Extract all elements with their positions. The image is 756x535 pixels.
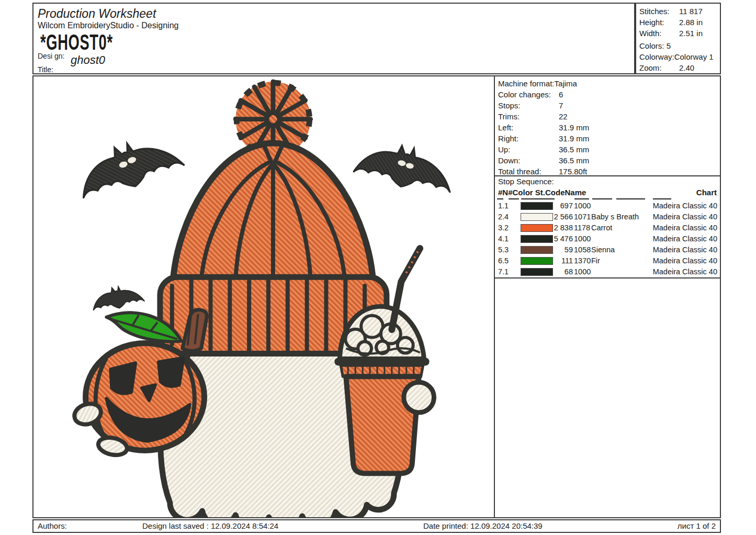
design-label: Desi gn: bbox=[38, 52, 64, 60]
machine-row: Down: 36.5 mm bbox=[495, 155, 720, 166]
machine-row: Left: 31.9 mm bbox=[495, 122, 720, 133]
column-underline bbox=[616, 198, 645, 199]
design-preview-area bbox=[32, 75, 495, 518]
machine-row: Right: 31.9 mm bbox=[495, 133, 720, 144]
stop-sequence-label: Stop Sequence: bbox=[498, 176, 554, 187]
column-underline bbox=[521, 198, 555, 199]
machine-row: Trims: 22 bbox=[495, 111, 720, 122]
bat-small bbox=[90, 283, 145, 313]
machine-row: Color changes: 6 bbox=[495, 89, 720, 100]
column-underline bbox=[592, 198, 612, 199]
stop-sequence-row: 7.1 68 1000 Madeira Classic 40 bbox=[495, 266, 720, 277]
stop-sequence-row: 6.5 111 1370 Fir Madeira Classic 40 bbox=[495, 255, 720, 266]
stop-sequence-row: 1.1 697 1000 Madeira Classic 40 bbox=[495, 200, 720, 211]
ghost-hand-right bbox=[404, 382, 434, 413]
bat-top-left bbox=[72, 128, 186, 203]
stop-sequence-header: #N#Color St.CodeName bbox=[498, 187, 586, 198]
stat-colors: Colors: 5 bbox=[636, 40, 720, 51]
footer-bar: Authors: Design last saved : 12.09.2024 … bbox=[32, 519, 721, 533]
machine-format: Machine format:Tajima bbox=[495, 78, 720, 89]
stop-sequence-row: 2.4 2 566 1071 Baby s Breath Madeira Cla… bbox=[495, 211, 720, 222]
stat-zoom: Zoom: 2.40 bbox=[636, 62, 720, 73]
bat-top-right bbox=[353, 137, 458, 197]
stat-colorway: Colorway:Colorway 1 bbox=[636, 51, 720, 62]
authors-label: Authors: bbox=[38, 520, 67, 532]
page-title: Production Worksheet bbox=[38, 7, 156, 21]
last-saved: Design last saved : 12.09.2024 8:54:24 bbox=[142, 520, 278, 532]
title-label: Title: bbox=[38, 65, 53, 74]
production-worksheet-page: Production Worksheet Wilcom EmbroiderySt… bbox=[0, 0, 756, 535]
design-filename: ghost0 bbox=[71, 53, 105, 67]
machine-row: Stops: 7 bbox=[495, 100, 720, 111]
design-display-name: *GHOST0* bbox=[40, 30, 113, 55]
stop-sequence-row: 4.1 5 476 1000 Madeira Classic 40 bbox=[495, 233, 720, 244]
app-name: Wilcom EmbroideryStudio - Designing bbox=[38, 21, 178, 30]
stat-height: Height: 2.88 in bbox=[636, 17, 720, 28]
page-number: лист 1 of 2 bbox=[678, 520, 716, 532]
worksheet-header: Production Worksheet Wilcom EmbroiderySt… bbox=[32, 3, 635, 74]
stat-stitches: Stitches: 11 817 bbox=[636, 6, 720, 17]
stop-sequence-row: 5.3 59 1058 Sienna Madeira Classic 40 bbox=[495, 244, 720, 255]
design-stats-box: Stitches: 11 817 Height: 2.88 in Width: … bbox=[635, 3, 721, 74]
column-underline bbox=[497, 198, 503, 199]
machine-info-panel: Machine format:Tajima Color changes: 6 S… bbox=[494, 75, 721, 518]
stop-sequence-row: 3.2 2 838 1178 Carrot Madeira Classic 40 bbox=[495, 222, 720, 233]
column-underline bbox=[653, 198, 671, 199]
stop-sequence-chart-header: Chart bbox=[696, 187, 717, 198]
stat-width: Width: 2.51 in bbox=[636, 28, 720, 39]
beanie-dome bbox=[173, 143, 373, 281]
machine-row: Up: 36.5 mm bbox=[495, 144, 720, 155]
embroidery-design bbox=[33, 76, 494, 517]
date-printed: Date printed: 12.09.2024 20:54:39 bbox=[423, 520, 543, 532]
column-underline bbox=[509, 198, 519, 199]
table-bottom-border bbox=[495, 277, 720, 278]
column-underline bbox=[574, 198, 589, 199]
pumpkin bbox=[72, 310, 207, 458]
